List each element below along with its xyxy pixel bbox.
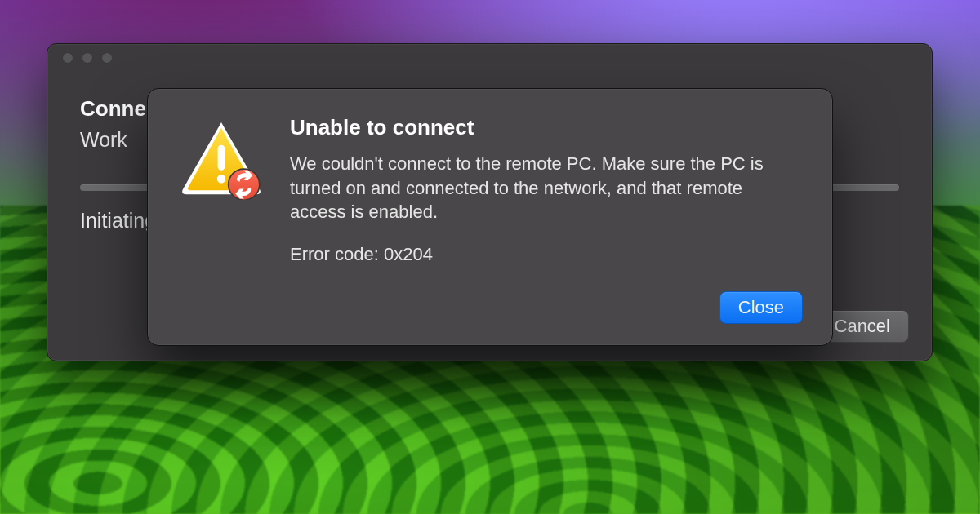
error-code-label: Error code: [290, 244, 379, 264]
error-code-value: 0x204 [384, 244, 433, 264]
warning-triangle-icon [179, 118, 264, 200]
error-dialog-message: We couldn't connect to the remote PC. Ma… [290, 152, 796, 224]
close-button[interactable]: Close [719, 291, 803, 324]
window-zoom-dot[interactable] [101, 52, 113, 64]
window-close-dot[interactable] [62, 52, 74, 64]
error-dialog-title: Unable to connect [290, 115, 803, 140]
window-minimize-dot[interactable] [82, 52, 93, 64]
window-titlebar [47, 44, 932, 60]
svg-point-1 [217, 175, 225, 183]
error-dialog-content: Unable to connect We couldn't connect to… [290, 115, 803, 324]
error-dialog-icon-area [177, 115, 265, 324]
error-dialog: Unable to connect We couldn't connect to… [147, 88, 833, 346]
remote-desktop-badge-icon [229, 169, 260, 200]
window-traffic-lights [62, 52, 113, 64]
svg-rect-0 [218, 145, 225, 171]
error-dialog-error-code: Error code: 0x204 [290, 244, 803, 265]
